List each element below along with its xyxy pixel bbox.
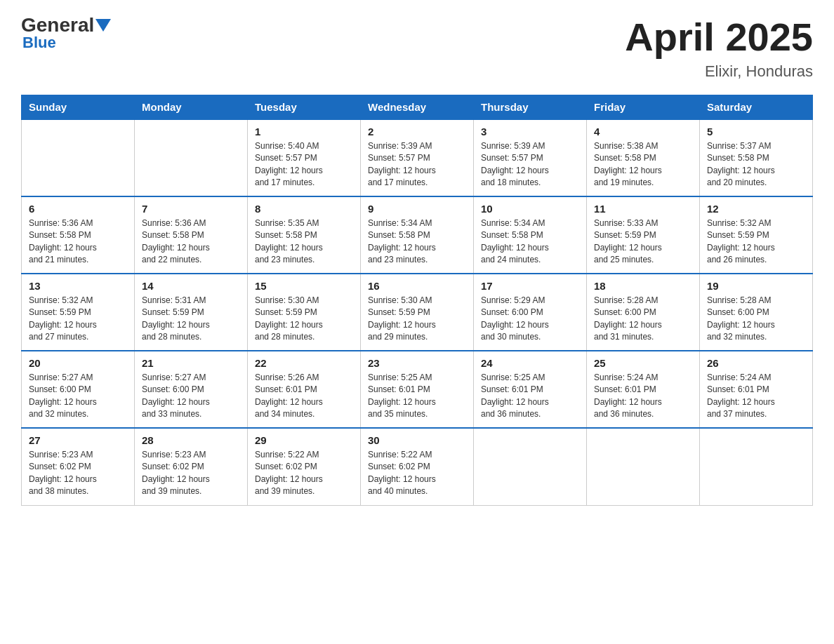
day-number: 14 [142, 280, 240, 292]
calendar-cell [22, 119, 135, 196]
calendar-cell: 28Sunrise: 5:23 AM Sunset: 6:02 PM Dayli… [135, 428, 248, 505]
calendar-cell: 11Sunrise: 5:33 AM Sunset: 5:59 PM Dayli… [587, 196, 700, 274]
calendar-table: SundayMondayTuesdayWednesdayThursdayFrid… [21, 95, 813, 506]
day-number: 12 [707, 203, 805, 215]
day-info: Sunrise: 5:28 AM Sunset: 6:00 PM Dayligh… [707, 295, 805, 344]
day-info: Sunrise: 5:35 AM Sunset: 5:58 PM Dayligh… [255, 217, 353, 267]
day-number: 30 [368, 434, 466, 446]
day-info: Sunrise: 5:26 AM Sunset: 6:01 PM Dayligh… [255, 372, 353, 421]
day-number: 18 [594, 280, 692, 292]
day-number: 11 [594, 203, 692, 215]
day-number: 29 [255, 434, 353, 446]
day-info: Sunrise: 5:24 AM Sunset: 6:01 PM Dayligh… [707, 372, 805, 421]
title-area: April 2025 Elixir, Honduras [625, 14, 813, 81]
day-number: 17 [481, 280, 579, 292]
day-info: Sunrise: 5:30 AM Sunset: 5:59 PM Dayligh… [255, 295, 353, 344]
day-number: 4 [594, 126, 692, 137]
day-info: Sunrise: 5:32 AM Sunset: 5:59 PM Dayligh… [707, 217, 805, 267]
calendar-cell: 9Sunrise: 5:34 AM Sunset: 5:58 PM Daylig… [361, 196, 474, 274]
day-number: 7 [142, 203, 240, 215]
day-info: Sunrise: 5:28 AM Sunset: 6:00 PM Dayligh… [594, 295, 692, 344]
day-number: 16 [368, 280, 466, 292]
calendar-cell [135, 119, 248, 196]
calendar-cell: 3Sunrise: 5:39 AM Sunset: 5:57 PM Daylig… [474, 119, 587, 196]
day-number: 15 [255, 280, 353, 292]
day-number: 22 [255, 357, 353, 369]
weekday-header-friday: Friday [587, 95, 700, 120]
weekday-header-sunday: Sunday [22, 95, 135, 120]
day-number: 21 [142, 357, 240, 369]
day-info: Sunrise: 5:27 AM Sunset: 6:00 PM Dayligh… [142, 372, 240, 421]
day-number: 8 [255, 203, 353, 215]
calendar-cell: 21Sunrise: 5:27 AM Sunset: 6:00 PM Dayli… [135, 351, 248, 428]
calendar-week-3: 13Sunrise: 5:32 AM Sunset: 5:59 PM Dayli… [22, 274, 813, 351]
calendar-cell: 26Sunrise: 5:24 AM Sunset: 6:01 PM Dayli… [700, 351, 813, 428]
weekday-header-wednesday: Wednesday [361, 95, 474, 120]
calendar-cell: 16Sunrise: 5:30 AM Sunset: 5:59 PM Dayli… [361, 274, 474, 351]
calendar-cell: 5Sunrise: 5:37 AM Sunset: 5:58 PM Daylig… [700, 119, 813, 196]
day-number: 3 [481, 126, 579, 137]
day-number: 27 [29, 434, 127, 446]
day-info: Sunrise: 5:39 AM Sunset: 5:57 PM Dayligh… [481, 140, 579, 189]
day-info: Sunrise: 5:31 AM Sunset: 5:59 PM Dayligh… [142, 295, 240, 344]
calendar-cell: 12Sunrise: 5:32 AM Sunset: 5:59 PM Dayli… [700, 196, 813, 274]
calendar-cell: 7Sunrise: 5:36 AM Sunset: 5:58 PM Daylig… [135, 196, 248, 274]
day-number: 10 [481, 203, 579, 215]
calendar-cell: 30Sunrise: 5:22 AM Sunset: 6:02 PM Dayli… [361, 428, 474, 505]
calendar-cell: 22Sunrise: 5:26 AM Sunset: 6:01 PM Dayli… [248, 351, 361, 428]
day-info: Sunrise: 5:34 AM Sunset: 5:58 PM Dayligh… [368, 217, 466, 267]
day-number: 25 [594, 357, 692, 369]
calendar-week-4: 20Sunrise: 5:27 AM Sunset: 6:00 PM Dayli… [22, 351, 813, 428]
day-number: 1 [255, 126, 353, 137]
day-info: Sunrise: 5:25 AM Sunset: 6:01 PM Dayligh… [481, 372, 579, 421]
calendar-cell: 20Sunrise: 5:27 AM Sunset: 6:00 PM Dayli… [22, 351, 135, 428]
day-number: 5 [707, 126, 805, 137]
day-info: Sunrise: 5:22 AM Sunset: 6:02 PM Dayligh… [368, 449, 466, 498]
calendar-cell: 6Sunrise: 5:36 AM Sunset: 5:58 PM Daylig… [22, 196, 135, 274]
day-number: 9 [368, 203, 466, 215]
calendar-cell: 2Sunrise: 5:39 AM Sunset: 5:57 PM Daylig… [361, 119, 474, 196]
day-info: Sunrise: 5:36 AM Sunset: 5:58 PM Dayligh… [29, 217, 127, 267]
page-header: General Blue April 2025 Elixir, Honduras [21, 14, 813, 81]
calendar-cell: 19Sunrise: 5:28 AM Sunset: 6:00 PM Dayli… [700, 274, 813, 351]
day-info: Sunrise: 5:34 AM Sunset: 5:58 PM Dayligh… [481, 217, 579, 267]
calendar-cell [474, 428, 587, 505]
calendar-week-5: 27Sunrise: 5:23 AM Sunset: 6:02 PM Dayli… [22, 428, 813, 505]
location-title: Elixir, Honduras [625, 62, 813, 81]
calendar-cell: 27Sunrise: 5:23 AM Sunset: 6:02 PM Dayli… [22, 428, 135, 505]
day-info: Sunrise: 5:39 AM Sunset: 5:57 PM Dayligh… [368, 140, 466, 189]
day-info: Sunrise: 5:24 AM Sunset: 6:01 PM Dayligh… [594, 372, 692, 421]
calendar-cell: 4Sunrise: 5:38 AM Sunset: 5:58 PM Daylig… [587, 119, 700, 196]
day-number: 23 [368, 357, 466, 369]
day-number: 28 [142, 434, 240, 446]
calendar-cell: 23Sunrise: 5:25 AM Sunset: 6:01 PM Dayli… [361, 351, 474, 428]
calendar-cell: 29Sunrise: 5:22 AM Sunset: 6:02 PM Dayli… [248, 428, 361, 505]
calendar-cell: 10Sunrise: 5:34 AM Sunset: 5:58 PM Dayli… [474, 196, 587, 274]
day-info: Sunrise: 5:23 AM Sunset: 6:02 PM Dayligh… [142, 449, 240, 498]
day-info: Sunrise: 5:27 AM Sunset: 6:00 PM Dayligh… [29, 372, 127, 421]
month-title: April 2025 [625, 14, 813, 60]
calendar-cell: 18Sunrise: 5:28 AM Sunset: 6:00 PM Dayli… [587, 274, 700, 351]
calendar-cell [587, 428, 700, 505]
calendar-week-2: 6Sunrise: 5:36 AM Sunset: 5:58 PM Daylig… [22, 196, 813, 274]
day-number: 24 [481, 357, 579, 369]
logo: General Blue [21, 14, 111, 52]
calendar-cell: 1Sunrise: 5:40 AM Sunset: 5:57 PM Daylig… [248, 119, 361, 196]
day-info: Sunrise: 5:37 AM Sunset: 5:58 PM Dayligh… [707, 140, 805, 189]
weekday-header-saturday: Saturday [700, 95, 813, 120]
calendar-cell: 8Sunrise: 5:35 AM Sunset: 5:58 PM Daylig… [248, 196, 361, 274]
calendar-cell: 15Sunrise: 5:30 AM Sunset: 5:59 PM Dayli… [248, 274, 361, 351]
day-info: Sunrise: 5:23 AM Sunset: 6:02 PM Dayligh… [29, 449, 127, 498]
day-number: 20 [29, 357, 127, 369]
weekday-header-tuesday: Tuesday [248, 95, 361, 120]
day-number: 26 [707, 357, 805, 369]
calendar-cell: 24Sunrise: 5:25 AM Sunset: 6:01 PM Dayli… [474, 351, 587, 428]
calendar-cell [700, 428, 813, 505]
weekday-header-thursday: Thursday [474, 95, 587, 120]
logo-triangle-icon [95, 19, 111, 32]
day-info: Sunrise: 5:36 AM Sunset: 5:58 PM Dayligh… [142, 217, 240, 267]
day-info: Sunrise: 5:38 AM Sunset: 5:58 PM Dayligh… [594, 140, 692, 189]
day-info: Sunrise: 5:29 AM Sunset: 6:00 PM Dayligh… [481, 295, 579, 344]
day-number: 13 [29, 280, 127, 292]
day-number: 6 [29, 203, 127, 215]
